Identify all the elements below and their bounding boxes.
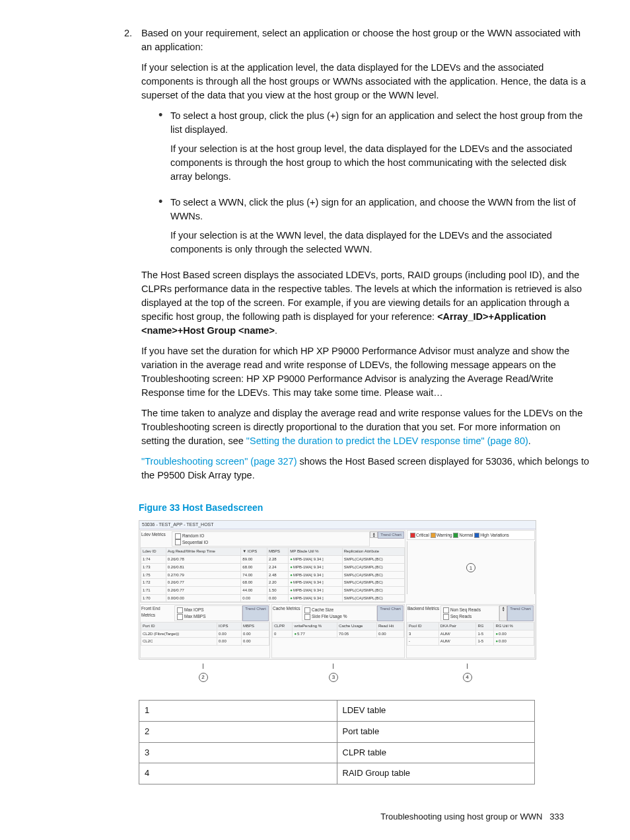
step-lead: Based on your requirement, select an app… — [141, 26, 590, 54]
callout-row: 2 3 4 — [139, 664, 535, 683]
text: . — [528, 436, 531, 446]
bullet-dot-icon: • — [158, 196, 170, 262]
figure-legend-table: 1LDEV table 2Port table 3CLPR table 4RAI… — [139, 700, 535, 784]
table-row: 1:740.26/0.7889.002.28MPB-1MA[ 9.34 ]SMP… — [141, 556, 405, 564]
trend-chart-button[interactable]: Trend Chart — [507, 605, 534, 621]
table-row: CL2C0.000.00 — [141, 638, 269, 646]
paragraph: The Host Based screen displays the assoc… — [141, 268, 590, 338]
table-row: 1:720.26/0.7768.002.20MPB-1MA[ 9.34 ]SMP… — [141, 579, 405, 587]
legend-normal-icon — [453, 533, 458, 538]
col-header[interactable]: MBPS — [267, 548, 288, 556]
bullet-dot-icon: • — [158, 109, 170, 189]
checkbox-icon[interactable] — [177, 607, 183, 613]
trend-chart-button[interactable]: Trend Chart — [378, 531, 404, 539]
table-row: 1:730.26/0.8168.002.24MPB-1MA[ 9.34 ]SMP… — [141, 563, 405, 571]
legend-high-icon — [474, 533, 479, 538]
ldev-table: Ldev ID Avg Read/Write Resp Time ▼ IOPS … — [141, 547, 405, 602]
footer-title: Troubleshooting using host group or WWN — [380, 812, 542, 821]
checkbox-icon[interactable] — [304, 607, 310, 613]
checkbox-icon[interactable] — [443, 614, 449, 620]
raid-group-table: Pool IDDKA PairRGRG Util % 3AUM/1-50.00 … — [407, 622, 534, 646]
col-header[interactable]: Ldev ID — [141, 548, 166, 556]
checkbox-icon[interactable] — [175, 539, 181, 545]
clpr-table: CLPRwritePending %Cache UsageRead Hit 05… — [272, 622, 404, 638]
status-legend: Critical Warning Normal High Variations — [407, 530, 535, 540]
bullet-text: To select a WWN, click the plus (+) sign… — [170, 196, 590, 223]
callout-4: 4 — [463, 673, 472, 682]
table-row: 2Port table — [139, 721, 535, 742]
checkbox-label: Random IO — [182, 533, 204, 538]
col-header[interactable]: ▼ IOPS — [241, 548, 267, 556]
checkbox-icon[interactable] — [177, 614, 183, 620]
paragraph: If you have set the duration for which H… — [141, 344, 590, 400]
step-para: If your selection is at the application … — [141, 61, 590, 102]
checkbox-label: Sequential IO — [182, 540, 208, 545]
cross-ref-link[interactable]: "Setting the duration to predict the LDE… — [246, 436, 528, 446]
panel-label: Ldev Metrics — [141, 531, 172, 537]
step-number: 2. — [112, 26, 141, 489]
trend-chart-button[interactable]: Trend Chart — [242, 605, 269, 621]
bullet-item: • To select a host group, click the plus… — [158, 109, 590, 189]
bullet-text: To select a host group, click the plus (… — [170, 109, 590, 137]
screenshot-host-based: 53036 - TEST_APP - TEST_HOST Ldev Metric… — [139, 520, 536, 660]
checkbox-icon[interactable] — [443, 607, 449, 613]
table-row: 4RAID Group table — [139, 763, 535, 784]
col-header[interactable]: MP Blade Util % — [289, 548, 342, 556]
bullet-item: • To select a WWN, click the plus (+) si… — [158, 196, 590, 262]
callout-2: 2 — [199, 673, 208, 682]
bullet-subtext: If your selection is at the host group l… — [170, 142, 590, 184]
table-row: 05.7770.050.00 — [273, 630, 404, 638]
window-title: 53036 - TEST_APP - TEST_HOST — [139, 521, 536, 529]
panel-label: Front End Metrics — [141, 605, 174, 621]
text: . — [275, 325, 277, 336]
panel-label: Backend Metrics — [407, 605, 440, 621]
page-footer: Troubleshooting using host group or WWN … — [40, 811, 590, 823]
legend-critical-icon — [410, 533, 415, 538]
table-row: 3CLPR table — [139, 742, 535, 763]
port-table: Port IDIOPSMBPS CL2D (Fibre(Target))0.00… — [141, 622, 269, 646]
table-row: 3AUM/1-50.00 — [407, 630, 534, 638]
table-row: CL2D (Fibre(Target))0.000.00 — [141, 630, 269, 638]
spinner-icon[interactable]: ▲▼ — [499, 605, 507, 621]
table-row: 1:710.26/0.7744.001.50MPB-1MA[ 9.34 ]SMP… — [141, 586, 405, 594]
panel-label: Cache Metrics — [273, 605, 302, 621]
figure-caption: Figure 33 Host Basedscreen — [139, 501, 590, 514]
callout-1: 1 — [466, 563, 475, 572]
trend-chart-button[interactable]: Trend Chart — [377, 605, 403, 621]
col-header[interactable]: Replication Attribute — [342, 548, 404, 556]
table-row: -AUM/1-50.00 — [407, 638, 534, 646]
step-body: Based on your requirement, select an app… — [141, 26, 590, 489]
col-header[interactable]: Avg Read/Write Resp Time — [166, 548, 241, 556]
legend-warning-icon — [431, 533, 436, 538]
callout-3: 3 — [329, 673, 338, 682]
checkbox-icon[interactable] — [175, 533, 181, 539]
paragraph: "Troubleshooting screen" (page 327) show… — [141, 455, 590, 482]
table-row: 1:750.27/0.7974.002.48MPB-1MA[ 9.34 ]SMP… — [141, 571, 405, 579]
ordered-step: 2. Based on your requirement, select an … — [112, 26, 590, 489]
spinner-icon[interactable]: ▲▼ — [370, 531, 378, 538]
checkbox-icon[interactable] — [304, 614, 310, 620]
page-number: 333 — [549, 812, 564, 821]
bullet-subtext: If your selection is at the WWN level, t… — [170, 229, 590, 256]
table-row: 1LDEV table — [139, 700, 535, 721]
paragraph: The time taken to analyze and display th… — [141, 406, 590, 448]
cross-ref-link[interactable]: "Troubleshooting screen" (page 327) — [141, 456, 297, 467]
table-row: 1:700.00/0.000.000.00MPB-1MA[ 9.34 ]SMPL… — [141, 594, 405, 602]
